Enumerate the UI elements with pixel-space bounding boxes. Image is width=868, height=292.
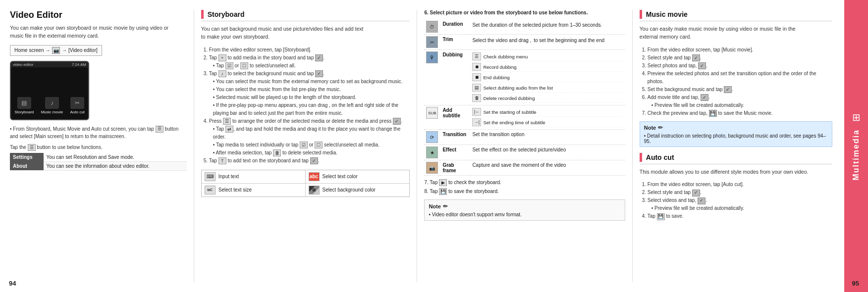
table-cell-settings-desc: You can set Resolution and Save mode. — [44, 153, 187, 162]
menu-icon: ☰ — [156, 126, 163, 133]
subtitle-end: →| Set the ending time of subtitle — [472, 118, 622, 127]
path-text2: → [Video editor] — [62, 48, 98, 53]
ac-step-3-b1: Preview file will be created automatical… — [651, 204, 832, 212]
step-4-bullets: Tap ⇄, and tap and hold the media and dr… — [209, 125, 410, 157]
phone-label: video editor — [13, 62, 33, 67]
input-text-label: Input text — [218, 174, 239, 179]
dubbing-check-menu: ☰ Check dubbing menu — [472, 52, 622, 61]
storyboard-title: Storyboard — [208, 10, 245, 18]
menu-icon-2: ☰ — [28, 144, 36, 151]
trim-icon: ✂ — [426, 36, 438, 48]
subtitle-sub: |← Set the starting of subtitle →| Set t… — [472, 107, 622, 127]
note-blue-music: Note ✏ • Detail instruction on selecting… — [640, 121, 832, 147]
step-3-bullets: You can select the music from the extern… — [209, 78, 410, 117]
dubbing-select-audio: ▤ Select dubbing audio from the list — [472, 83, 622, 93]
mm-step-7: Check the preview and tap, 💾 to save the… — [648, 109, 832, 117]
note-text: • Video editor doesn't support wmv forma… — [429, 212, 620, 217]
sidebar-label: Multimedia — [852, 129, 861, 181]
ac-step-3: Select videos and tap, ✓. Preview file w… — [648, 196, 832, 212]
select-text-color-label: Select text color — [323, 174, 358, 179]
music-movie-label: Music movie — [41, 110, 63, 114]
table-header-settings: Settings — [10, 153, 44, 162]
feature-select-text-size: bC Select text size — [202, 184, 306, 196]
transition-icon: ⟳ — [426, 131, 438, 143]
note-box-wmv: Note ✏ • Video editor doesn't support wm… — [424, 199, 625, 221]
auto-cut-intro: This module allows you to use different … — [640, 168, 832, 176]
mm-step-6-bullet: Preview file will be created automatical… — [648, 101, 832, 109]
functions-table: ⏱ Duration Set the duration of the selec… — [424, 19, 625, 176]
record-dubbing-label: Record dubbing — [483, 64, 516, 70]
feature-grid: ⌨ Input text abc Select text color bC Se… — [201, 170, 410, 197]
step-4-b2: Tap media to select individually or tap … — [213, 141, 410, 149]
note-blue-text: • Detail instruction on selecting photo,… — [644, 133, 828, 144]
ac-step-3-bullet: Preview file will be created automatical… — [648, 204, 832, 212]
navigation-path: Home screen → 📷 → [Video editor] — [10, 45, 102, 56]
phone-time: 7:24 AM — [72, 62, 86, 67]
mm-step-1: From the video editor screen, tap [Music… — [648, 46, 832, 54]
mm-step-3: Select photos and tap, ✓. — [648, 62, 832, 70]
delete-dubbing-icon: 🗑 — [472, 94, 481, 102]
step-2: Tap + to add media in the story board an… — [209, 54, 410, 70]
note-pencil-icon: ✏ — [443, 203, 448, 210]
mm-step-2: Select style and tap ✓. — [648, 54, 832, 62]
select-text-size-icon: bC — [205, 186, 216, 195]
effect-icon: ★ — [426, 146, 438, 158]
grab-frame-icon: 📷 — [426, 162, 438, 174]
sidebar-top-icon: ⊞ — [852, 111, 861, 123]
home-icon: 📷 — [52, 47, 60, 54]
auto-cut-steps: From the video editor screen, tap [Auto … — [640, 181, 832, 220]
func-row-transition: ⟳ Transition Set the transition option — [424, 130, 625, 145]
subtitle-start-icon: |← — [472, 108, 481, 116]
ac-step-2: Select style and tap ✓. — [648, 189, 832, 196]
auto-cut-icon: ✂ — [70, 97, 84, 109]
select-text-size-label: Select text size — [218, 187, 252, 193]
feature-select-text-color: abc Select text color — [306, 170, 410, 184]
mm-step-4: Preview the selected photos and set the … — [648, 70, 832, 86]
step-3-b3: Selected music will be played up to the … — [213, 94, 410, 101]
col-storyboard: Storyboard You can set background music … — [194, 10, 418, 282]
step-2-bullets: Tap ☑ or ☐ to select/unselect all. — [209, 62, 410, 70]
select-instruction: 6. Select picture or video from the stor… — [424, 10, 625, 15]
col-music-autocut: Music movie You can easily make music mo… — [633, 10, 839, 282]
note-label: Note — [429, 203, 440, 209]
mm-step-5: Set the background music and tap ✓. — [648, 86, 832, 94]
dubbing-icon: 🎙 — [426, 51, 438, 63]
mm-step-6: Add movie title and tap, ✓. Preview file… — [648, 94, 832, 109]
grab-frame-desc: Capture and save the moment of the video — [470, 160, 625, 176]
from-storyboard-note: • From Storyboard, Music Movie and Auto … — [10, 125, 187, 140]
page-number-right: 95 — [852, 280, 859, 287]
phone-mockup: video editor 7:24 AM ▤ Storyboard ♪ Musi… — [10, 61, 89, 120]
intro-text: You can make your own storyboard or musi… — [10, 24, 187, 40]
subtitle-end-label: Set the ending time of subtitle — [483, 120, 545, 125]
pink-bar — [201, 10, 204, 19]
select-text-color-icon: abc — [309, 172, 320, 181]
record-dubbing-icon: ⏺ — [472, 63, 481, 71]
step-4: Press ☰ to arrange the order of the sele… — [209, 117, 410, 157]
delete-dubbing-label: Delete recorded dubbing — [483, 96, 535, 101]
ac-step-4: Tap 💾 to save. — [648, 212, 832, 220]
feature-select-bg-color: ▦ Select background color — [306, 184, 410, 196]
duration-desc: Set the duration of the selected picture… — [470, 19, 625, 35]
duration-icon: ⏱ — [426, 21, 438, 33]
mm-step-6-b1: Preview file will be created automatical… — [651, 101, 832, 109]
storyboard-steps-list: From the video editor screen, tap [Story… — [201, 46, 410, 165]
note-blue-label: Note — [644, 125, 656, 131]
col-video-editor: Video Editor You can make your own story… — [10, 10, 194, 282]
dubbing-delete: 🗑 Delete recorded dubbing — [472, 94, 622, 103]
subtitle-icon: SUB — [426, 107, 438, 119]
pink-bar-3 — [640, 153, 642, 162]
auto-cut-title: Auto cut — [646, 153, 674, 161]
music-movie-icon: ♪ — [45, 97, 59, 109]
func-row-duration: ⏱ Duration Set the duration of the selec… — [424, 19, 625, 35]
music-movie-intro: You can easily make music movie by using… — [640, 25, 832, 41]
subtitle-start: |← Set the starting of subtitle — [472, 107, 622, 117]
select-audio-label: Select dubbing audio from the list — [483, 85, 552, 91]
phone-icon-auto-cut: ✂ Auto cut — [70, 97, 84, 114]
dubbing-record: ⏺ Record dubbing — [472, 62, 622, 72]
phone-icon-storyboard: ▤ Storyboard — [14, 97, 34, 114]
dubbing-sub: ☰ Check dubbing menu ⏺ Record dubbing ⏹ … — [472, 52, 622, 103]
subtitle-start-label: Set the starting of subtitle — [483, 109, 536, 115]
storyboard-intro: You can set background music and use pic… — [201, 25, 410, 41]
step-1: From the video editor screen, tap [Story… — [209, 46, 410, 54]
step-3-b2: You can select the music from the list p… — [213, 86, 410, 94]
